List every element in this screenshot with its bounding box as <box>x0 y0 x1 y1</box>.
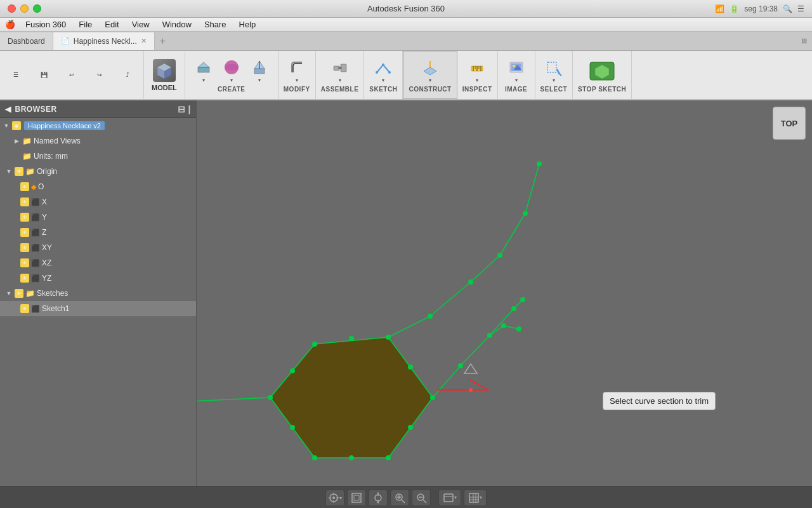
origin-yz-label: YZ <box>42 274 51 283</box>
tree-origin-xz[interactable]: 👁 ⬛ XZ <box>0 255 196 271</box>
share-button[interactable]: ⤴ <box>114 62 141 88</box>
inspect-measure-button[interactable]: ▾ <box>464 58 490 84</box>
browser-settings-icon[interactable]: ⊟ <box>178 104 186 114</box>
sketch-line-button[interactable]: ▾ <box>370 58 396 84</box>
svg-line-58 <box>433 366 461 398</box>
view-cube-label: TOP <box>781 119 798 128</box>
z-eye-icon: 👁 <box>20 228 29 237</box>
stop-sketch-button[interactable] <box>589 58 615 84</box>
viewport[interactable]: TOP Select curve section to trim <box>197 100 812 486</box>
fit-button[interactable] <box>347 490 366 506</box>
zoom-in-button[interactable] <box>390 490 409 506</box>
tree-arrow-sketches: ▼ <box>5 290 13 297</box>
menu-help[interactable]: Help <box>234 20 261 29</box>
expand-icon[interactable]: ⊞ <box>801 37 807 45</box>
tree-sketches[interactable]: ▼ 👁 📁 Sketches <box>0 286 196 301</box>
assemble-joint-button[interactable]: ▾ <box>327 58 353 84</box>
menu-fusion[interactable]: Fusion 360 <box>20 20 71 29</box>
bottom-toolbar: ▾ <box>0 486 812 508</box>
tree-units[interactable]: ▶ 📁 Units: mm <box>0 149 196 164</box>
tree-origin-o[interactable]: 👁 ◆ O <box>0 179 196 194</box>
tree-origin-xy[interactable]: 👁 ⬛ XY <box>0 240 196 255</box>
construct-plane-button[interactable]: ▾ <box>417 58 443 84</box>
origin-o-icon: ◆ <box>31 183 36 191</box>
svg-point-43 <box>408 364 413 370</box>
tree-origin-x[interactable]: 👁 ⬛ X <box>0 194 196 210</box>
grid-button[interactable]: ▾ <box>464 490 487 506</box>
toolbar-construct: ▾ CONSTRUCT <box>403 51 457 99</box>
view-cube[interactable]: TOP <box>773 107 806 140</box>
tree-origin-yz[interactable]: 👁 ⬛ YZ <box>0 271 196 286</box>
menu-view[interactable]: View <box>127 20 155 29</box>
create-extrude2-button[interactable]: ▾ <box>246 58 273 84</box>
window-controls[interactable] <box>8 4 41 13</box>
svg-rect-81 <box>354 495 359 500</box>
menu-edit[interactable]: Edit <box>100 20 124 29</box>
model-cube-icon <box>153 59 176 82</box>
hexagon-shape <box>270 337 433 458</box>
close-button[interactable] <box>8 4 16 13</box>
list-icon[interactable]: ☰ <box>797 4 804 13</box>
origin-xy-icon: ⬛ <box>31 244 40 252</box>
search-icon[interactable]: 🔍 <box>783 4 792 13</box>
svg-point-55 <box>497 253 502 258</box>
menu-file[interactable]: File <box>74 20 97 29</box>
apple-logo[interactable]: 🍎 <box>5 20 15 29</box>
toolbar-create: ▾ ▾ ▾ CREATE <box>185 51 278 99</box>
model-section[interactable]: MODEL <box>144 51 185 99</box>
mac-menubar: 🍎 Fusion 360 File Edit View Window Share… <box>0 18 812 32</box>
svg-line-66 <box>490 309 514 335</box>
image-render-button[interactable]: ▾ <box>503 58 530 84</box>
window-title: Autodesk Fusion 360 <box>367 4 445 13</box>
svg-line-49 <box>430 282 471 316</box>
tree-origin-y[interactable]: 👁 ⬛ Y <box>0 210 196 225</box>
tree-named-views[interactable]: ▶ 📁 Named Views <box>0 133 196 149</box>
maximize-button[interactable] <box>33 4 41 13</box>
sketch1-eye-icon: 👁 <box>20 304 29 313</box>
create-sphere-button[interactable]: ▾ <box>218 58 245 84</box>
tree-sketch1[interactable]: 👁 ⬛ Sketch1 <box>0 301 196 316</box>
model-label: MODEL <box>152 84 177 91</box>
snap-button[interactable]: ▾ <box>325 490 344 506</box>
tab-add-button[interactable]: + <box>155 36 171 47</box>
menu-window[interactable]: Window <box>157 20 197 29</box>
construct-label: CONSTRUCT <box>409 86 451 93</box>
svg-point-17 <box>388 71 391 74</box>
display-settings-button[interactable]: ▾ <box>438 490 461 506</box>
zoom-out-button[interactable] <box>412 490 431 506</box>
modify-fillet-button[interactable]: ▾ <box>284 58 310 84</box>
create-extrude-button[interactable]: ▾ <box>190 58 217 84</box>
undo-button[interactable]: ↩ <box>58 62 85 88</box>
browser-collapse-icon[interactable]: ◀ <box>5 105 11 114</box>
toolbar-menu-button[interactable]: ☰ <box>3 62 29 88</box>
tree-origin[interactable]: ▼ 👁 📁 Origin <box>0 164 196 179</box>
menu-share[interactable]: Share <box>199 20 232 29</box>
tree-root[interactable]: ▼ ◉ Happiness Necklace v2 <box>0 118 196 133</box>
svg-rect-4 <box>198 67 209 72</box>
sketch-canvas <box>197 100 812 486</box>
main-area: ◀ BROWSER ⊟ | ▼ ◉ Happiness Necklace v2 … <box>0 100 812 486</box>
sketch-label: SKETCH <box>369 86 397 93</box>
svg-point-62 <box>458 363 463 368</box>
tab-close-button[interactable]: ✕ <box>141 37 147 45</box>
tree-origin-z[interactable]: 👁 ⬛ Z <box>0 225 196 240</box>
svg-point-7 <box>225 64 239 70</box>
svg-line-59 <box>461 335 490 366</box>
tab-dashboard[interactable]: Dashboard <box>0 32 53 50</box>
save-button[interactable]: 💾 <box>30 62 57 88</box>
yz-eye-icon: 👁 <box>20 274 29 283</box>
pan-button[interactable] <box>369 490 388 506</box>
svg-point-44 <box>408 425 413 430</box>
sketch1-icon: ⬛ <box>31 305 40 313</box>
svg-rect-8 <box>254 69 265 74</box>
select-button[interactable]: ▾ <box>540 58 567 84</box>
svg-point-39 <box>386 455 391 460</box>
minimize-button[interactable] <box>20 4 29 13</box>
redo-button[interactable]: ↪ <box>86 62 113 88</box>
o-eye-icon: 👁 <box>20 182 29 191</box>
tab-necklace[interactable]: 📄 Happiness Neckl... ✕ <box>53 32 155 50</box>
sketches-eye-icon: 👁 <box>15 289 23 298</box>
sketch1-label: Sketch1 <box>42 304 69 313</box>
menubar-right: 📶 🔋 seg 19:38 🔍 ☰ <box>715 4 804 13</box>
stop-sketch-label: STOP SKETCH <box>578 86 626 93</box>
